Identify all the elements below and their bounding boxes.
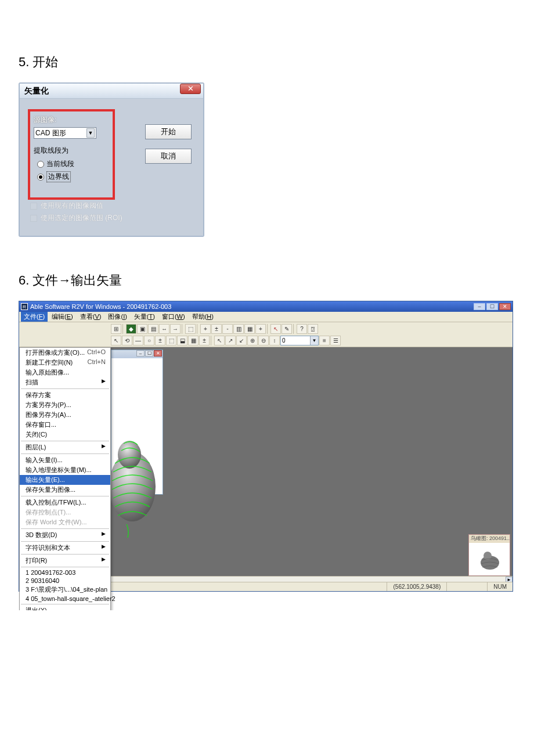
context-help-button[interactable]: ⍰ — [308, 324, 318, 334]
toolbar-row-2: ↖ ⟲ — ○ ± ⬚ ⬓ ▦ ± ↖ ↗ ↙ ⊕ ⊖ ↕ ▼ — [111, 335, 511, 345]
tool-button[interactable]: ↙ — [236, 336, 247, 345]
step5-heading: 5. 开始 — [19, 53, 515, 71]
tool-button[interactable]: ▦ — [244, 324, 255, 334]
tool-button[interactable]: ◆ — [126, 324, 136, 334]
menu-窗口[interactable]: 窗口(W) — [159, 312, 188, 322]
file-menu-item[interactable]: 保存方案 — [20, 390, 110, 400]
help-button[interactable]: ? — [297, 324, 307, 334]
tool-button[interactable]: ▥ — [233, 324, 244, 334]
file-menu-item[interactable]: 打开图像或方案(O)...Ctrl+O — [20, 348, 110, 358]
toolbar-value-input[interactable] — [281, 336, 310, 345]
tool-button[interactable]: + — [200, 324, 211, 334]
tool-button[interactable]: ⊕ — [247, 336, 258, 345]
tool-button[interactable]: ↗ — [225, 336, 236, 345]
file-menu-item[interactable]: 图层(L)▶ — [20, 442, 110, 452]
file-menu-item[interactable]: 图像另存为(A)... — [20, 410, 110, 420]
maximize-button[interactable]: ☐ — [486, 303, 498, 310]
file-menu-item[interactable]: 2 90316040 — [20, 577, 110, 585]
start-button[interactable]: 开始 — [145, 124, 192, 139]
file-menu-item[interactable]: 方案另存为(P)... — [20, 400, 110, 410]
tool-button[interactable]: ▦ — [188, 336, 199, 345]
disabled-options: 使用现有的图像阈值 使用选定的图像范围 (ROI) — [30, 199, 122, 225]
checkbox-icon — [30, 203, 37, 210]
file-menu-item[interactable]: 4 05_town-hall-square_-atelier2 — [20, 595, 110, 603]
tool-button[interactable]: ↖ — [214, 336, 225, 345]
tool-button[interactable]: ⬚ — [185, 324, 196, 334]
cancel-button[interactable]: 取消 — [145, 149, 192, 164]
tool-button[interactable]: — — [133, 336, 143, 345]
menu-separator — [21, 441, 109, 441]
radio-boundary-line[interactable]: 边界线 — [37, 171, 109, 182]
menu-编辑[interactable]: 编辑(E) — [49, 312, 76, 322]
chevron-down-icon[interactable]: ▼ — [86, 128, 95, 138]
tool-button[interactable]: ± — [199, 336, 210, 345]
file-menu-item[interactable]: 保存矢量为图像... — [20, 485, 110, 495]
tool-button[interactable]: ↕ — [269, 336, 280, 345]
doc-close[interactable]: ✕ — [154, 350, 162, 357]
tool-button[interactable]: ✎ — [282, 324, 292, 334]
file-menu-item[interactable]: 输入矢量(I)... — [20, 455, 110, 465]
radio-label: 边界线 — [46, 171, 71, 182]
tool-button[interactable]: ± — [155, 336, 165, 345]
radio-current-line[interactable]: 当前线段 — [37, 159, 109, 169]
file-menu-item[interactable]: 输出矢量(E)... — [20, 475, 110, 485]
tool-button[interactable]: ↔ — [159, 324, 169, 334]
cb-use-existing-threshold: 使用现有的图像阈值 — [30, 201, 122, 211]
file-menu-item[interactable]: 关闭(C) — [20, 430, 110, 440]
file-menu-item[interactable]: 1 200491762-003 — [20, 568, 110, 577]
tool-button[interactable]: ⊖ — [258, 336, 269, 345]
file-menu-item[interactable]: 新建工作空间(N)Ctrl+N — [20, 358, 110, 368]
menu-矢量[interactable]: 矢量(T) — [131, 312, 158, 322]
menubar[interactable]: 文件(F)编辑(E)查看(V)图像(I)矢量(T)窗口(W)帮助(H) — [19, 312, 513, 322]
extract-lines-group: 提取线段为 当前线段 边界线 — [34, 146, 109, 182]
app-titlebar: R Able Software R2V for Windows - 200491… — [19, 301, 513, 312]
dialog-body: 源图像: CAD 图形 ▼ 提取线段为 当前线段 边界线 — [20, 99, 203, 236]
file-menu-item[interactable]: 退出(X) — [20, 606, 110, 610]
menu-图像[interactable]: 图像(I) — [105, 312, 129, 322]
file-menu-item[interactable]: 3 F:\景观学习\...\04_site-plan — [20, 585, 110, 595]
tool-button[interactable]: ◦ — [222, 324, 233, 334]
file-menu-item: 保存控制点(T)... — [20, 507, 110, 517]
tool-button[interactable]: ▣ — [137, 324, 147, 334]
close-button[interactable]: ✕ — [180, 84, 201, 94]
menu-文件[interactable]: 文件(F) — [21, 312, 48, 322]
doc-minimize[interactable]: – — [136, 350, 145, 357]
tool-button[interactable]: ⊞ — [111, 324, 121, 334]
tool-button[interactable]: ⬚ — [166, 336, 176, 345]
tool-button[interactable]: ☰ — [330, 336, 341, 345]
close-button[interactable]: ✕ — [499, 303, 511, 310]
tool-button[interactable]: ⬓ — [177, 336, 187, 345]
tool-button[interactable]: ↖ — [111, 336, 121, 345]
menu-帮助[interactable]: 帮助(H) — [189, 312, 217, 322]
doc-maximize[interactable]: ☐ — [145, 350, 153, 357]
group-title: 提取线段为 — [34, 146, 109, 156]
thumbnail-title: 鸟瞰图: 200491... — [469, 535, 510, 543]
app-title: Able Software R2V for Windows - 20049176… — [30, 303, 171, 310]
tool-button[interactable]: ≡ — [319, 336, 330, 345]
thumbnail-panel[interactable]: 鸟瞰图: 200491... — [468, 534, 510, 576]
file-menu-item[interactable]: 扫描▶ — [20, 377, 110, 387]
chevron-down-icon[interactable]: ▼ — [310, 336, 318, 345]
file-menu-item[interactable]: 保存窗口... — [20, 420, 110, 430]
minimize-button[interactable]: – — [474, 303, 485, 310]
file-menu-item[interactable]: 3D 数据(D)▶ — [20, 530, 110, 540]
source-image-combo[interactable]: CAD 图形 ▼ — [34, 127, 96, 139]
file-menu-item[interactable]: 输入地理坐标矢量(M)... — [20, 465, 110, 475]
tool-button[interactable]: ± — [211, 324, 222, 334]
tool-button[interactable]: → — [170, 324, 181, 334]
menu-查看[interactable]: 查看(V) — [77, 312, 104, 322]
file-menu-item[interactable]: 载入控制点/TFW(L)... — [20, 498, 110, 507]
tool-button[interactable]: ⟲ — [122, 336, 132, 345]
file-menu-dropdown[interactable]: 打开图像或方案(O)...Ctrl+O新建工作空间(N)Ctrl+N输入原始图像… — [19, 347, 111, 610]
toolbar-value-combo[interactable]: ▼ — [280, 336, 319, 345]
dialog-title: 矢量化 — [24, 86, 49, 96]
cb-use-roi: 使用选定的图像范围 (ROI) — [30, 213, 122, 223]
file-menu-item[interactable]: 字符识别和文本▶ — [20, 543, 110, 553]
tool-button[interactable]: ↖ — [270, 324, 281, 334]
tool-button[interactable]: ▤ — [148, 324, 158, 334]
file-menu-item[interactable]: 打印(R)▶ — [20, 556, 110, 566]
status-empty — [446, 582, 487, 591]
tool-button[interactable]: ○ — [144, 336, 154, 345]
tool-button[interactable]: + — [255, 324, 266, 334]
file-menu-item[interactable]: 输入原始图像... — [20, 368, 110, 377]
